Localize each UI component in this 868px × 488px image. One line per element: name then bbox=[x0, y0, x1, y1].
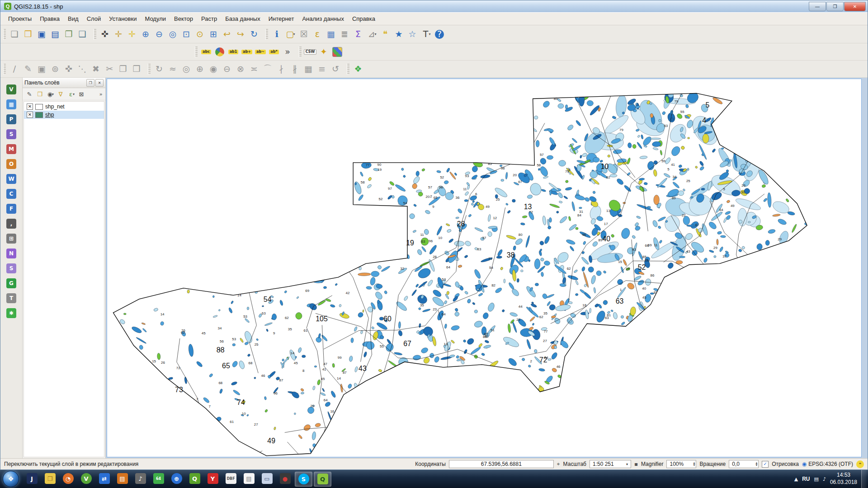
split-features-button[interactable]: ∤ bbox=[274, 62, 288, 76]
show-bookmarks-button[interactable]: ☆ bbox=[406, 28, 419, 41]
simplify-feature-button[interactable]: ≈ bbox=[166, 62, 179, 76]
taskbar-qgis-running[interactable]: Q bbox=[314, 472, 331, 487]
add-wcs-layer-button[interactable]: C bbox=[5, 188, 18, 200]
menu-database[interactable]: База данных bbox=[221, 14, 264, 24]
add-group-button[interactable]: ❒ bbox=[35, 89, 45, 99]
save-project-button[interactable]: ▣ bbox=[35, 28, 48, 41]
paste-features-button[interactable]: ❒ bbox=[130, 62, 143, 76]
taskbar-web-browser-globe[interactable]: ⊕ bbox=[168, 472, 185, 486]
new-shapefile-layer-button[interactable]: N bbox=[5, 247, 18, 259]
node-tool-button[interactable]: ⋱ bbox=[75, 62, 89, 76]
taskbar-qgis-desktop[interactable]: Q bbox=[186, 472, 203, 486]
lock-scale-icon[interactable]: ▪ bbox=[634, 461, 638, 467]
float-panel-button[interactable]: ❐ bbox=[86, 79, 94, 87]
fill-ring-button[interactable]: ◉ bbox=[207, 62, 220, 76]
split-parts-button[interactable]: ∦ bbox=[288, 62, 302, 76]
rotation-spinner[interactable]: 0,0 ▲ ▼ bbox=[729, 460, 759, 468]
messages-icon[interactable]: ❝ bbox=[856, 460, 864, 468]
add-oracle-layer-button[interactable]: O bbox=[5, 158, 18, 170]
merge-attributes-button[interactable]: ≡ bbox=[315, 62, 329, 76]
merge-features-button[interactable]: ▦ bbox=[302, 62, 315, 76]
filter-by-expression-dropdown[interactable]: ▾ bbox=[73, 92, 75, 96]
taskbar-media-red[interactable]: ● bbox=[277, 472, 293, 486]
select-by-expression-button[interactable]: ε bbox=[311, 28, 324, 41]
scale-combobox[interactable]: 1:50 251 ▾ bbox=[590, 460, 631, 468]
spin-down-icon[interactable]: ▼ bbox=[755, 464, 757, 466]
show-desktop-button[interactable] bbox=[861, 470, 867, 488]
coordinates-input[interactable]: 67.5396,56.6881 bbox=[449, 460, 554, 468]
processing-toolbox-button[interactable]: ✱ bbox=[5, 307, 18, 319]
toolbar-grip[interactable] bbox=[299, 47, 302, 57]
add-wfs-layer-button[interactable]: F bbox=[5, 202, 18, 215]
zoom-to-selection-button[interactable]: ⊙ bbox=[193, 28, 207, 41]
select-features-dropdown[interactable]: ▾ bbox=[293, 32, 295, 36]
pan-to-selection-button[interactable]: ✛ bbox=[125, 28, 139, 41]
add-part-button[interactable]: ⊕ bbox=[193, 62, 207, 76]
taskbar-browser-orange[interactable]: ◔ bbox=[60, 472, 76, 486]
zoom-in-button[interactable]: ⊕ bbox=[139, 28, 152, 41]
layer-item-shp[interactable]: ✕shp bbox=[24, 111, 104, 119]
manage-map-themes-dropdown[interactable]: ▾ bbox=[52, 92, 54, 96]
toolbar-grip[interactable] bbox=[265, 29, 268, 40]
help-contents-button[interactable]: ? bbox=[433, 28, 446, 41]
add-delimited-text-layer-button[interactable]: , bbox=[5, 217, 18, 230]
layer-visibility-checkbox[interactable]: ✕ bbox=[27, 112, 33, 118]
layer-labeling-button[interactable]: abc bbox=[199, 45, 213, 59]
pan-map-button[interactable]: ✛ bbox=[112, 28, 125, 41]
menu-plugins[interactable]: Модули bbox=[141, 14, 170, 24]
toolbar-grip[interactable] bbox=[3, 29, 6, 40]
menu-view[interactable]: Вид bbox=[64, 14, 83, 24]
taskbar-app-j[interactable]: J bbox=[24, 472, 40, 486]
refresh-map-button[interactable]: ↻ bbox=[247, 28, 261, 41]
extents-toggle-icon[interactable]: ⌖ bbox=[557, 461, 560, 467]
scale-dropdown-icon[interactable]: ▾ bbox=[626, 462, 628, 466]
rotate-feature-button[interactable]: ↻ bbox=[152, 62, 166, 76]
toolbar-grip[interactable] bbox=[148, 64, 151, 75]
taskbar-app-v-green[interactable]: V bbox=[78, 472, 94, 486]
render-checkbox[interactable]: ✓ bbox=[762, 461, 769, 468]
filter-legend-button[interactable]: ∇ bbox=[56, 89, 66, 99]
show-statistics-button[interactable]: Σ bbox=[351, 28, 365, 41]
zoom-native-button[interactable]: ◎ bbox=[166, 28, 179, 41]
add-wms-layer-button[interactable]: W bbox=[5, 173, 18, 185]
open-layer-styling-button[interactable]: ✎ bbox=[24, 89, 34, 99]
add-vector-layer-button[interactable]: V bbox=[5, 83, 18, 95]
menu-edit[interactable]: Правка bbox=[36, 14, 64, 24]
tray-expand-icon[interactable]: ▲ bbox=[794, 476, 798, 482]
taskbar-app-arrows-blue[interactable]: ⇄ bbox=[96, 472, 113, 486]
menu-web[interactable]: Интернет bbox=[264, 14, 298, 24]
new-temporary-layer-button[interactable]: T bbox=[5, 292, 18, 304]
add-spatialite-layer-button[interactable]: S bbox=[5, 128, 18, 140]
measure-dropdown[interactable]: ▾ bbox=[374, 32, 376, 36]
menu-settings[interactable]: Установки bbox=[105, 14, 141, 24]
new-bookmark-button[interactable]: ★ bbox=[392, 28, 406, 41]
taskbar-backup-drive[interactable]: ▭ bbox=[259, 472, 275, 486]
more-label-tools-button[interactable]: » bbox=[281, 45, 294, 59]
menu-vector[interactable]: Вектор bbox=[170, 14, 197, 24]
delete-selected-button[interactable]: ✖ bbox=[89, 62, 103, 76]
taskbar-skype[interactable]: S bbox=[295, 472, 312, 487]
close-panel-button[interactable]: ✕ bbox=[95, 79, 104, 87]
layer-item-shp_net[interactable]: ✕shp_net bbox=[24, 103, 104, 111]
layer-visibility-checkbox[interactable]: ✕ bbox=[27, 103, 33, 110]
taskbar-dbf-viewer[interactable]: DBF bbox=[222, 472, 239, 486]
remove-layer-button[interactable]: ⊠ bbox=[76, 89, 86, 99]
select-features-button[interactable]: ▢▾ bbox=[283, 28, 297, 41]
manage-map-themes-button[interactable]: ◉▾ bbox=[45, 89, 55, 99]
add-virtual-layer-button[interactable]: ⊞ bbox=[5, 232, 18, 244]
toolbar-grip[interactable] bbox=[3, 64, 6, 75]
new-spatialite-layer-button[interactable]: S bbox=[5, 262, 18, 274]
enable-tracing-button[interactable]: ❖ bbox=[351, 62, 365, 76]
add-feature-button[interactable]: ⊚ bbox=[48, 62, 62, 76]
menu-help[interactable]: Справка bbox=[348, 14, 379, 24]
rotate-label-button[interactable]: ab~ bbox=[254, 45, 267, 59]
metasearch-csw-button[interactable]: CSW bbox=[303, 45, 317, 59]
new-project-button[interactable]: ❏ bbox=[8, 28, 21, 41]
measure-button[interactable]: ⊿▾ bbox=[365, 28, 378, 41]
zoom-last-button[interactable]: ↩ bbox=[220, 28, 234, 41]
close-button[interactable]: ✕ bbox=[844, 2, 866, 11]
toggle-editing-button[interactable]: ✎ bbox=[21, 62, 35, 76]
deselect-all-button[interactable]: ☒ bbox=[297, 28, 311, 41]
delete-part-button[interactable]: ⊗ bbox=[234, 62, 247, 76]
language-indicator[interactable]: RU bbox=[802, 476, 810, 482]
